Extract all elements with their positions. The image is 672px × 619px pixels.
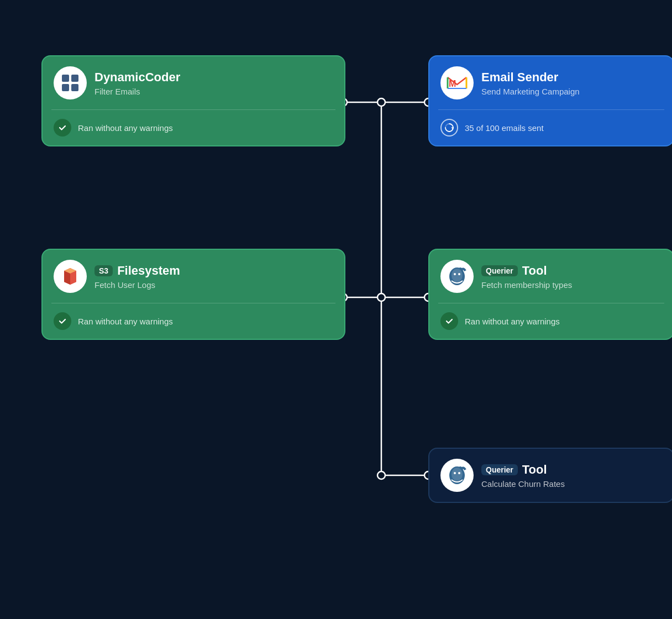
svg-point-21 (452, 269, 463, 282)
s3-filesystem-node[interactable]: S3 Filesystem Fetch User Logs Ran withou… (41, 249, 345, 340)
s3-filesystem-subtitle: Fetch User Logs (95, 280, 180, 290)
querier-churn-node[interactable]: Querier Tool Calculate Churn Rates (428, 448, 672, 503)
querier-tool-header: Querier Tool Fetch membership types (429, 250, 672, 303)
svg-point-28 (458, 472, 460, 474)
s3-filesystem-icon (54, 260, 87, 293)
dynamic-coder-title-block: DynamicCoder Filter Emails (95, 70, 180, 96)
svg-rect-16 (62, 84, 69, 91)
email-sender-header: M Email Sender Send Marketing Campaign (429, 56, 672, 109)
svg-point-23 (458, 273, 460, 275)
s3-filesystem-status-text: Ran without any warnings (78, 317, 173, 326)
dynamic-coder-header: DynamicCoder Filter Emails (43, 56, 344, 109)
email-sender-node[interactable]: M Email Sender Send Marketing Campaign 3… (428, 55, 672, 146)
dynamic-coder-node[interactable]: DynamicCoder Filter Emails Ran without a… (41, 55, 345, 146)
s3-filesystem-title: Filesystem (117, 264, 180, 278)
svg-point-22 (454, 273, 456, 275)
email-sender-progress-icon (440, 119, 458, 137)
dynamic-coder-title: DynamicCoder (95, 70, 180, 85)
querier-tool-title-block: Querier Tool Fetch membership types (481, 264, 572, 290)
s3-filesystem-status-icon (54, 312, 71, 330)
svg-rect-15 (71, 75, 78, 82)
svg-rect-14 (62, 75, 69, 82)
querier-churn-title: Tool (522, 463, 547, 477)
email-sender-status-text: 35 of 100 emails sent (465, 123, 544, 133)
email-sender-status: 35 of 100 emails sent (429, 110, 672, 145)
querier-tool-status-text: Ran without any warnings (465, 317, 560, 326)
querier-churn-badge1: Querier (481, 464, 518, 475)
dynamic-coder-icon (54, 66, 87, 99)
svg-point-27 (454, 472, 456, 474)
querier-tool-status: Ran without any warnings (429, 303, 672, 339)
dynamic-coder-status-icon (54, 119, 71, 137)
querier-badge: Querier (481, 265, 518, 276)
email-sender-subtitle: Send Marketing Campaign (481, 87, 580, 96)
email-sender-title: Email Sender (481, 70, 558, 85)
s3-badge: S3 (95, 265, 113, 276)
svg-point-9 (377, 293, 385, 301)
s3-filesystem-status: Ran without any warnings (43, 303, 344, 339)
querier-tool-icon (440, 260, 474, 293)
querier-tool-subtitle: Fetch membership types (481, 280, 572, 290)
svg-text:M: M (449, 79, 456, 88)
querier-churn-icon (440, 459, 474, 492)
svg-point-8 (377, 98, 385, 106)
dynamic-coder-status-text: Ran without any warnings (78, 123, 173, 133)
querier-tool-node[interactable]: Querier Tool Fetch membership types Ran … (428, 249, 672, 340)
svg-point-26 (452, 468, 463, 481)
email-sender-title-block: Email Sender Send Marketing Campaign (481, 70, 580, 96)
s3-filesystem-title-block: S3 Filesystem Fetch User Logs (95, 264, 180, 290)
querier-tool-status-icon (440, 312, 458, 330)
dynamic-coder-subtitle: Filter Emails (95, 87, 180, 96)
svg-point-10 (377, 471, 385, 479)
querier-churn-title-block: Querier Tool Calculate Churn Rates (481, 463, 565, 489)
email-sender-icon: M (440, 66, 474, 99)
querier-churn-header: Querier Tool Calculate Churn Rates (429, 449, 672, 502)
querier-tool-title: Tool (522, 264, 547, 278)
s3-filesystem-header: S3 Filesystem Fetch User Logs (43, 250, 344, 303)
querier-churn-subtitle: Calculate Churn Rates (481, 479, 565, 489)
svg-rect-17 (71, 84, 78, 91)
dynamic-coder-status: Ran without any warnings (43, 110, 344, 145)
